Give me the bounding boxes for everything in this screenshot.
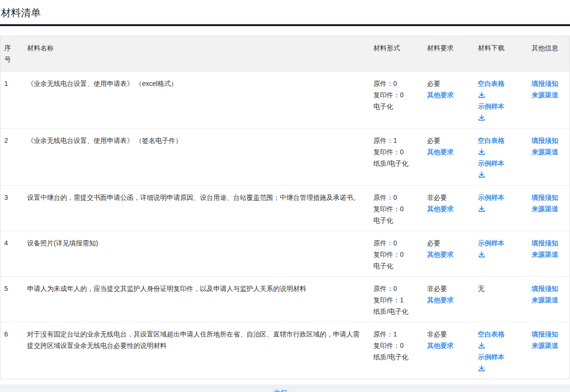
fill-notice-link[interactable]: 填报须知 — [532, 328, 558, 340]
source-channel-link[interactable]: 来源渠道 — [532, 89, 558, 101]
form-line: 纸质/电子化 — [373, 351, 419, 363]
requirement-text: 非必要 — [427, 283, 470, 294]
material-download-cell: 空白表格 示例样本 — [474, 322, 528, 379]
material-name: 设备照片(详见填报需知) — [23, 231, 370, 277]
other-requirements-link[interactable]: 其他要求 — [427, 146, 454, 158]
source-channel-link[interactable]: 来源渠道 — [532, 294, 558, 306]
download-icon[interactable] — [478, 203, 524, 215]
fill-notice-link[interactable]: 填报须知 — [532, 78, 558, 89]
material-requirement-cell: 非必要 其他要求 — [423, 277, 474, 322]
form-line: 复印件：0 — [373, 203, 419, 215]
fill-notice-link[interactable]: 填报须知 — [532, 192, 558, 203]
form-line: 原件：1 — [373, 135, 419, 146]
form-line: 原件：0 — [373, 237, 419, 249]
material-name: 对于没有固定台址的业余无线电台，其设置区域超出申请人住所地所在省、自治区、直辖市… — [23, 322, 370, 379]
sample-download-link[interactable]: 示例样本 — [478, 101, 504, 112]
table-header-row: 序号 材料名称 材料形式 材料要求 材料下载 其他信息 — [0, 36, 570, 72]
material-download-cell: 空白表格 示例样本 — [474, 72, 528, 129]
other-info-cell: 填报须知 来源渠道 — [528, 322, 570, 379]
materials-table: 序号 材料名称 材料形式 材料要求 材料下载 其他信息 1 《业余无线电台设置、… — [0, 36, 570, 379]
other-requirements-link[interactable]: 其他要求 — [427, 294, 454, 306]
material-requirement-cell: 必要 其他要求 — [423, 72, 474, 129]
form-line: 复印件：0 — [373, 146, 419, 158]
other-requirements-link[interactable]: 其他要求 — [427, 249, 454, 260]
other-requirements-link[interactable]: 其他要求 — [427, 203, 454, 215]
table-row: 1 《业余无线电台设置、使用申请表》 （excel格式） 原件：0 复印件：0 … — [0, 72, 570, 129]
column-header-form: 材料形式 — [370, 36, 423, 72]
source-channel-link[interactable]: 来源渠道 — [532, 340, 558, 351]
source-channel-link[interactable]: 来源渠道 — [532, 249, 558, 260]
sample-download-link[interactable]: 示例样本 — [478, 192, 504, 203]
requirement-text: 必要 — [427, 78, 470, 89]
material-download-cell: 示例样本 — [474, 186, 528, 231]
requirement-text: 必要 — [427, 135, 470, 146]
column-header-download: 材料下载 — [474, 36, 528, 72]
other-info-cell: 填报须知 来源渠道 — [528, 231, 570, 277]
requirement-text: 非必要 — [427, 192, 470, 203]
sample-download-link[interactable]: 示例样本 — [478, 237, 504, 249]
material-form-cell: 原件：0 复印件：0 电子化 — [370, 231, 423, 277]
download-icon[interactable] — [478, 249, 524, 260]
fill-notice-link[interactable]: 填报须知 — [532, 135, 558, 146]
download-icon[interactable] — [478, 340, 524, 351]
requirement-text: 非必要 — [427, 328, 470, 340]
form-line: 电子化 — [373, 101, 419, 112]
material-download-cell: 无 — [474, 277, 528, 322]
material-download-cell: 示例样本 — [474, 231, 528, 277]
material-name: 《业余无线电台设置、使用申请表》 （excel格式） — [23, 72, 370, 129]
material-name: 设置中继台的，需提交书面申请公函，详细说明申请原因、设台用途、台站覆盖范围；中继… — [23, 186, 370, 231]
material-form-cell: 原件：0 复印件：1 纸质/电子化 — [370, 277, 423, 322]
row-seq: 2 — [0, 129, 23, 186]
table-row: 2 《业余无线电台设置、使用申请表》 （签名电子件） 原件：1 复印件：0 纸质… — [0, 129, 570, 186]
form-line: 原件：0 — [373, 192, 419, 203]
collapse-button[interactable]: 收起 — [274, 389, 296, 392]
form-line: 复印件：1 — [373, 294, 419, 306]
row-seq: 5 — [0, 277, 23, 322]
blank-form-download-link[interactable]: 空白表格 — [478, 328, 504, 340]
material-form-cell: 原件：1 复印件：0 纸质/电子化 — [370, 322, 423, 379]
form-line: 复印件：0 — [373, 89, 419, 101]
form-line: 纸质/电子化 — [373, 158, 419, 169]
download-icon[interactable] — [478, 363, 524, 374]
download-icon[interactable] — [478, 169, 524, 180]
material-form-cell: 原件：0 复印件：0 电子化 — [370, 186, 423, 231]
row-seq: 4 — [0, 231, 23, 277]
column-header-requirement: 材料要求 — [423, 36, 474, 72]
sample-download-link[interactable]: 示例样本 — [478, 158, 504, 169]
row-seq: 6 — [0, 322, 23, 379]
table-row: 3 设置中继台的，需提交书面申请公函，详细说明申请原因、设台用途、台站覆盖范围；… — [0, 186, 570, 231]
material-requirement-cell: 非必要 其他要求 — [423, 186, 474, 231]
collapse-label: 收起 — [274, 389, 287, 392]
fill-notice-link[interactable]: 填报须知 — [532, 283, 558, 294]
collapse-bar[interactable]: 收起 — [0, 384, 570, 392]
other-info-cell: 填报须知 来源渠道 — [528, 129, 570, 186]
source-channel-link[interactable]: 来源渠道 — [532, 146, 558, 158]
row-seq: 3 — [0, 186, 23, 231]
material-requirement-cell: 非必要 其他要求 — [423, 322, 474, 379]
other-info-cell: 填报须知 来源渠道 — [528, 277, 570, 322]
table-row: 4 设备照片(详见填报需知) 原件：0 复印件：0 电子化 必要 其他要求 示例… — [0, 231, 570, 277]
source-channel-link[interactable]: 来源渠道 — [532, 203, 558, 215]
form-line: 电子化 — [373, 260, 419, 271]
form-line: 原件：0 — [373, 78, 419, 89]
blank-form-download-link[interactable]: 空白表格 — [478, 135, 504, 146]
form-line: 复印件：0 — [373, 340, 419, 351]
blank-form-download-link[interactable]: 空白表格 — [478, 78, 504, 89]
sample-download-link[interactable]: 示例样本 — [478, 351, 504, 363]
form-line: 纸质/电子化 — [373, 306, 419, 317]
download-none-text: 无 — [478, 285, 484, 292]
requirement-text: 必要 — [427, 237, 470, 249]
other-requirements-link[interactable]: 其他要求 — [427, 340, 454, 351]
fill-notice-link[interactable]: 填报须知 — [532, 237, 558, 249]
material-form-cell: 原件：1 复印件：0 纸质/电子化 — [370, 129, 423, 186]
other-requirements-link[interactable]: 其他要求 — [427, 89, 454, 101]
column-header-other: 其他信息 — [528, 36, 570, 72]
download-icon[interactable] — [478, 112, 524, 123]
material-name: 《业余无线电台设置、使用申请表》 （签名电子件） — [23, 129, 370, 186]
title-divider — [0, 24, 570, 26]
table-row: 5 申请人为未成年人的，应当提交其监护人身份证明复印件，以及申请人与监护人关系的… — [0, 277, 570, 322]
form-line: 原件：1 — [373, 328, 419, 340]
download-icon[interactable] — [478, 89, 524, 101]
download-icon[interactable] — [478, 146, 524, 158]
form-line: 复印件：0 — [373, 249, 419, 260]
